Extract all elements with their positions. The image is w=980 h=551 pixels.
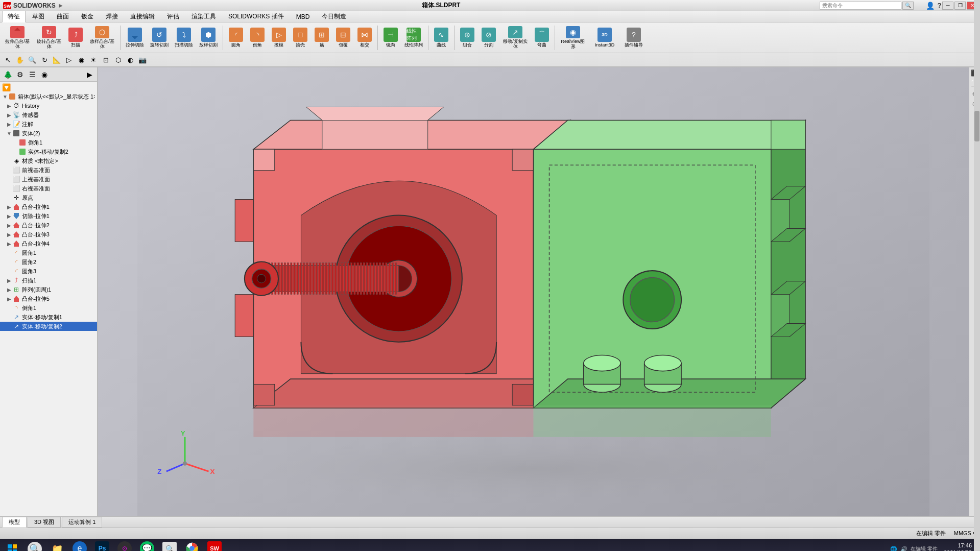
tree-boss-extrude3[interactable]: ▶ 凸台-拉伸3 [0,230,97,239]
model-tab[interactable]: 模型 [2,517,27,528]
tree-move-copy2[interactable]: ↗ 实体-移动/复制2 [0,322,97,331]
tree-boss-extrude5[interactable]: ▶ 凸台-拉伸5 [0,294,97,303]
intersect-button[interactable]: ⋈ 相交 [354,25,375,51]
select-filter[interactable]: ▷ [63,54,75,65]
mirror-button[interactable]: ⊣ 镜向 [380,25,401,51]
zoom-tool[interactable]: 🔍 [27,54,38,65]
system-clock[interactable]: 17:46 2021/12/30 [944,542,972,551]
tree-fillet3[interactable]: ◜ 圆角3 [0,267,97,276]
tree-history[interactable]: ▶ ⏱ History [0,101,97,110]
curves-button[interactable]: ∿ 曲线 [431,25,451,51]
search-command-input[interactable] [820,2,901,10]
instant3d-button[interactable]: 3D Instant3D [589,25,620,51]
tree-root[interactable]: ▼ 箱体(默认<<默认>_显示状态 1>) [0,92,97,101]
tree-move-copy1[interactable]: ↗ 实体-移动/复制1 [0,313,97,322]
tree-solid-body-1[interactable]: 倒角1 [0,138,97,147]
taskbar-ps[interactable]: Ps [92,540,112,551]
swept-cut-button[interactable]: ⤵ 扫描切除 [172,25,196,51]
property-tab[interactable]: ⚙ [14,69,26,80]
units-label[interactable]: MMGS ▾ [954,530,976,537]
taskbar-file-explorer[interactable]: 📁 [47,540,67,551]
3dview-tab[interactable]: 3D 视图 [28,517,61,528]
display-tab[interactable]: ◉ [39,69,50,80]
shell-button[interactable]: □ 抽壳 [290,25,310,51]
tree-origin[interactable]: ✛ 原点 [0,193,97,202]
tree-boss-extrude2[interactable]: ▶ 凸台-拉伸2 [0,221,97,230]
deform-button[interactable]: ⌒ 弯曲 [532,25,552,51]
split-button[interactable]: ⊘ 分割 [479,25,499,51]
tab-feature[interactable]: 特征 [2,11,26,22]
tree-material[interactable]: ◈ 材质 <未指定> [0,156,97,165]
lofted-cut-button[interactable]: ⬢ 放样切割 [197,25,220,51]
realview-button[interactable]: ◉ RealView图形 [558,25,588,51]
lights-tool[interactable]: ☀ [88,54,99,65]
screen-capture[interactable]: 📷 [137,54,148,65]
expand-panel-button[interactable]: ▶ [84,69,95,80]
tree-boss-extrude4[interactable]: ▶ 凸台-拉伸4 [0,239,97,248]
tree-chamfer1[interactable]: ◝ 倒角1 [0,303,97,313]
taskbar-chrome[interactable] [182,540,202,551]
extruded-cut-button[interactable]: 拉伸切除 [123,25,147,51]
draft-button[interactable]: ▷ 拔模 [269,25,289,51]
search-button[interactable]: 🔍 [902,2,914,10]
rib-button[interactable]: ⊞ 筋 [312,25,332,51]
motion-tab[interactable]: 运动算例 1 [62,517,102,528]
pan-tool[interactable]: ✋ [14,54,26,65]
display-type[interactable]: ⬡ [112,54,124,65]
move-copy-solid-button[interactable]: ↗ 移动/复制实体 [500,25,531,51]
tree-top-plane[interactable]: ⬜ 上视基准面 [0,175,97,184]
tree-sensors[interactable]: ▶ 📡 传感器 [0,110,97,119]
tab-evaluate[interactable]: 评估 [161,11,185,22]
feature-tree-tab[interactable]: 🌲 [2,69,13,80]
tab-render[interactable]: 渲染工具 [186,11,222,22]
config-tab[interactable]: ☰ [27,69,38,80]
tab-surface[interactable]: 曲面 [51,11,75,22]
tab-sw-addins[interactable]: SOLIDWORKS 插件 [223,11,290,22]
appearance-tool[interactable]: ◉ [76,54,87,65]
linear-pattern-button[interactable]: 线性阵列 线性阵列 [402,25,425,51]
restore-button[interactable]: ❐ [954,2,966,10]
taskbar-browser[interactable]: e [69,540,90,551]
tab-today-manufacture[interactable]: 今日制造 [316,11,352,22]
chamfer-button[interactable]: ◝ 倒角 [247,25,268,51]
measure-tool[interactable]: 📐 [51,54,62,65]
tab-direct-edit[interactable]: 直接编辑 [125,11,160,22]
3d-viewport[interactable]: ↖ ⊞ ◱ ⬡ ◐ ☀ ◉ ⊙ 📷 [98,67,969,516]
tree-right-plane[interactable]: ⬜ 右视基准面 [0,184,97,193]
taskbar-search[interactable]: 🔍 [25,540,45,551]
boss-extrude-button[interactable]: 拉伸凸台/基体 [2,25,33,51]
tree-fillet2[interactable]: ◜ 圆角2 [0,257,97,267]
section-view[interactable]: ⊡ [100,54,111,65]
tab-sketch[interactable]: 草图 [27,11,50,22]
tab-mbd[interactable]: MBD [291,12,316,22]
addon-button[interactable]: ? 插件辅导 [621,25,647,51]
hide-lines[interactable]: ◐ [125,54,136,65]
tree-sweep1[interactable]: ▶ ⤴ 扫描1 [0,276,97,285]
assembly-button[interactable]: ⊕ 组合 [457,25,477,51]
minimize-button[interactable]: ─ [942,2,953,10]
revolved-boss-button[interactable]: ↻ 旋转凸台/基体 [34,25,64,51]
revolved-cut-button[interactable]: ↺ 旋转切割 [148,25,171,51]
taskbar-solidworks[interactable]: SW [204,540,225,551]
taskbar-wechat[interactable]: 💬 [137,540,157,551]
taskbar-search2[interactable]: 🔍 [159,540,180,551]
toolbar-area: 拉伸凸台/基体 ↻ 旋转凸台/基体 ⤴ 扫描 ⬡ 放样凸台/基体 拉伸切除 ↺ … [0,22,980,67]
taskbar-obs[interactable]: ⊙ [114,540,135,551]
tree-front-plane[interactable]: ⬜ 前视基准面 [0,165,97,175]
tree-solid-body-2[interactable]: 实体-移动/复制2 [0,147,97,156]
tree-circular-pattern1[interactable]: ▶ ⊞ 阵列(圆周)1 [0,285,97,294]
tree-cut-extrude1[interactable]: ▶ 切除-拉伸1 [0,211,97,221]
fillet-button[interactable]: ◜ 圆角 [226,25,246,51]
tree-boss-extrude1[interactable]: ▶ 凸台-拉伸1 [0,202,97,211]
rotate-tool[interactable]: ↻ [39,54,50,65]
tree-annotations[interactable]: ▶ 📝 注解 [0,119,97,129]
tree-fillet1[interactable]: ◜ 圆角1 [0,248,97,257]
lofted-boss-button[interactable]: ⬡ 放样凸台/基体 [87,25,117,51]
tab-sheetmetal[interactable]: 钣金 [76,11,99,22]
tree-solid-bodies[interactable]: ▼ 实体(2) [0,129,97,138]
swept-boss-button[interactable]: ⤴ 扫描 [65,25,86,51]
view-selector[interactable]: ↖ [2,54,13,65]
wrap-button[interactable]: ⊟ 包覆 [333,25,353,51]
start-button[interactable] [2,540,22,551]
tab-weldment[interactable]: 焊接 [100,11,124,22]
